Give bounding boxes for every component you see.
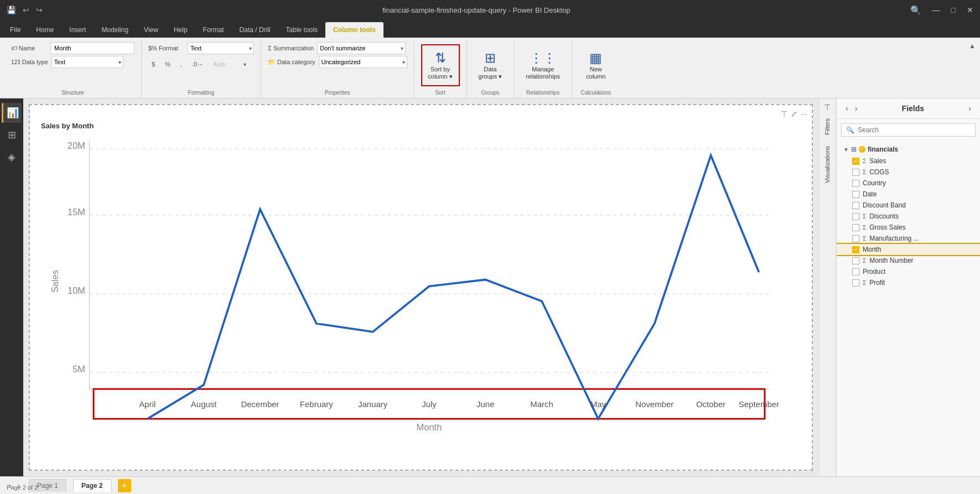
field-checkbox-profit[interactable] xyxy=(852,279,859,287)
data-groups-label: Datagroups ▾ xyxy=(479,66,502,80)
sidebar-icon-model[interactable]: ◈ xyxy=(2,147,22,167)
manage-relationships-button[interactable]: ⋮⋮ Managerelationships xyxy=(521,44,565,86)
datatype-label: 123 Data type xyxy=(11,59,48,65)
minimize-button[interactable]: — xyxy=(932,6,940,14)
name-input[interactable] xyxy=(50,42,134,54)
field-label-date: Date xyxy=(863,190,877,198)
filter-visual-button[interactable]: ⊤ xyxy=(781,110,787,118)
field-item-profit[interactable]: Σ Profit xyxy=(837,277,980,288)
window-title: financial-sample-finished-update-query -… xyxy=(43,6,910,14)
field-checkbox-month[interactable]: ✓ xyxy=(852,246,859,253)
tab-help[interactable]: Help xyxy=(166,22,195,38)
page-tab-2[interactable]: Page 2 xyxy=(73,479,111,492)
tab-view[interactable]: View xyxy=(136,22,166,38)
groups-group: ⊞ Datagroups ▾ Groups xyxy=(467,40,515,98)
tab-file[interactable]: File xyxy=(2,22,28,38)
field-item-manufacturing[interactable]: Σ Manufacturing ... xyxy=(837,233,980,244)
field-item-date[interactable]: Date xyxy=(837,189,980,200)
add-page-button[interactable]: + xyxy=(118,479,131,492)
percent-button[interactable]: % xyxy=(162,58,174,70)
field-item-discounts[interactable]: Σ Discounts xyxy=(837,211,980,222)
field-item-month-number[interactable]: Σ Month Number xyxy=(837,255,980,266)
field-item-product[interactable]: Product xyxy=(837,266,980,277)
field-item-cogs[interactable]: Σ COGS xyxy=(837,167,980,178)
right-panel: ‹ › Fields › 🔍 ▼ ⊞ ✓ financials ✓ Σ Sale… xyxy=(836,98,980,476)
sort-by-column-button[interactable]: ⇅ Sort bycolumn ▾ xyxy=(421,44,460,86)
svg-text:March: March xyxy=(530,399,553,409)
line-chart-svg: 20M 15M 10M 5M Sales xyxy=(41,132,801,447)
structure-group: 🏷 Name 123 Data type Text Structure xyxy=(4,40,142,98)
field-label-discount-band: Discount Band xyxy=(863,201,906,209)
auto-select[interactable]: Auto xyxy=(210,58,248,70)
field-checkbox-discounts[interactable] xyxy=(852,213,859,220)
visualizations-vertical-label[interactable]: Visualizations xyxy=(824,146,831,183)
comma-button[interactable]: , xyxy=(177,58,185,70)
tab-format[interactable]: Format xyxy=(195,22,232,38)
canvas-area: ⊤ ⤢ ··· Sales by Month 20M 15M 10M 5M xyxy=(23,98,818,476)
ribbon-collapse-button[interactable]: ▲ xyxy=(969,42,976,50)
close-button[interactable]: ✕ xyxy=(967,6,973,14)
ribbon-tabs: File Home Insert Modeling View Help Form… xyxy=(0,20,980,38)
summarization-select[interactable]: Don't summarize xyxy=(317,42,406,54)
relationships-group: ⋮⋮ Managerelationships Relationships xyxy=(514,40,572,98)
field-checkbox-product[interactable] xyxy=(852,268,859,275)
field-label-month: Month xyxy=(863,246,881,253)
tab-column-tools[interactable]: Column tools xyxy=(325,22,383,38)
search-icon[interactable]: 🔍 xyxy=(910,5,921,15)
field-item-gross-sales[interactable]: Σ Gross Sales xyxy=(837,222,980,233)
field-item-discount-band[interactable]: Discount Band xyxy=(837,200,980,211)
filters-vertical-label[interactable]: Filters xyxy=(824,118,831,135)
field-item-month[interactable]: ✓ Month xyxy=(837,244,980,255)
field-item-country[interactable]: Country xyxy=(837,178,980,189)
svg-text:June: June xyxy=(476,399,494,409)
tab-table-tools[interactable]: Table tools xyxy=(278,22,325,38)
sidebar-icon-table[interactable]: ⊞ xyxy=(2,125,22,145)
maximize-button[interactable]: □ xyxy=(951,6,956,14)
field-checkbox-month-number[interactable] xyxy=(852,257,859,264)
focus-mode-button[interactable]: ⤢ xyxy=(791,110,797,118)
page-count: Page 2 of 2 xyxy=(7,484,38,491)
tab-data-drill[interactable]: Data / Drill xyxy=(232,22,278,38)
field-label-discounts: Discounts xyxy=(869,212,899,220)
svg-text:January: January xyxy=(358,399,388,409)
panel-forward-button[interactable]: › xyxy=(853,103,860,114)
field-checkbox-country[interactable] xyxy=(852,180,859,187)
sort-group-label: Sort xyxy=(414,90,466,96)
field-item-sales[interactable]: ✓ Σ Sales xyxy=(837,155,980,167)
formatting-group: $% Format Text $ % , .0→ Auto xyxy=(142,40,261,98)
more-options-button[interactable]: ··· xyxy=(801,110,807,118)
field-checkbox-manufacturing[interactable] xyxy=(852,235,859,242)
tab-insert[interactable]: Insert xyxy=(61,22,94,38)
field-checkbox-cogs[interactable] xyxy=(852,169,859,176)
field-checkbox-date[interactable] xyxy=(852,191,859,198)
currency-button[interactable]: $ xyxy=(148,58,158,70)
new-column-button[interactable]: ▦ Newcolumn xyxy=(579,44,613,86)
visualization-container: ⊤ ⤢ ··· Sales by Month 20M 15M 10M 5M xyxy=(29,104,813,471)
field-sigma-profit: Σ xyxy=(863,280,866,286)
fields-search-input[interactable] xyxy=(858,126,971,134)
svg-text:Sales: Sales xyxy=(50,270,60,293)
field-checkbox-discount-band[interactable] xyxy=(852,202,859,209)
format-select[interactable]: Text xyxy=(188,42,254,54)
field-checkbox-sales[interactable]: ✓ xyxy=(852,158,859,165)
side-panel-toggle: ⊤ Filters Visualizations xyxy=(818,98,836,476)
format-label: $% Format xyxy=(148,45,184,51)
fields-search-box[interactable]: 🔍 xyxy=(841,123,976,137)
main-area: 📊 ⊞ ◈ ⊤ ⤢ ··· Sales by Month 20M 15M 10M xyxy=(0,98,980,476)
data-groups-icon: ⊞ xyxy=(485,50,496,66)
data-groups-button[interactable]: ⊞ Datagroups ▾ xyxy=(474,44,507,86)
properties-group-label: Properties xyxy=(261,90,414,96)
fields-panel-title: Fields xyxy=(902,104,924,113)
panel-back-button[interactable]: ‹ xyxy=(843,103,851,114)
data-category-select[interactable]: Uncategorized xyxy=(319,56,407,68)
sidebar-icon-chart[interactable]: 📊 xyxy=(2,103,22,123)
datatype-select[interactable]: Text xyxy=(51,56,123,68)
tab-modeling[interactable]: Modeling xyxy=(94,22,136,38)
svg-text:Month: Month xyxy=(417,422,442,432)
field-checkbox-gross-sales[interactable] xyxy=(852,224,859,231)
groups-group-label: Groups xyxy=(467,90,514,96)
field-group-financials[interactable]: ▼ ⊞ ✓ financials xyxy=(837,143,980,155)
decrease-decimal-button[interactable]: .0→ xyxy=(189,58,206,70)
panel-expand-button[interactable]: › xyxy=(966,103,973,114)
tab-home[interactable]: Home xyxy=(28,22,61,38)
